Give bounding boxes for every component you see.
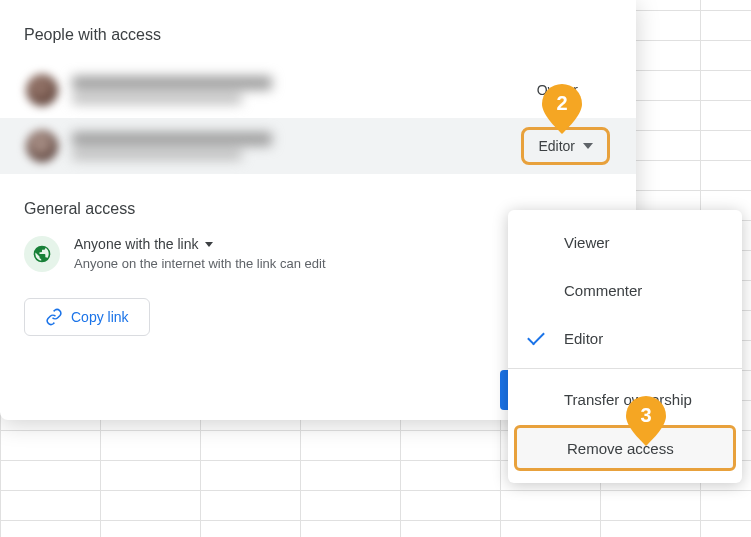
menu-item-editor[interactable]: Editor [508, 314, 742, 362]
people-with-access-heading: People with access [24, 26, 612, 44]
person-info-blurred [72, 132, 507, 160]
menu-item-commenter[interactable]: Commenter [508, 266, 742, 314]
copy-link-button[interactable]: Copy link [24, 298, 150, 336]
menu-separator [508, 368, 742, 369]
copy-link-label: Copy link [71, 309, 129, 325]
chevron-down-icon [583, 143, 593, 149]
callout-marker-2: 2 [540, 82, 584, 136]
general-access-option-label: Anyone with the link [74, 236, 199, 252]
chevron-down-icon [205, 242, 213, 247]
callout-marker-3: 3 [624, 394, 668, 448]
avatar [26, 130, 58, 162]
link-icon [45, 308, 63, 326]
globe-icon [32, 244, 52, 264]
globe-icon-circle [24, 236, 60, 272]
role-dropdown-label: Editor [538, 138, 575, 154]
person-row: Owner [24, 62, 612, 118]
person-info-blurred [72, 76, 523, 104]
menu-item-viewer[interactable]: Viewer [508, 218, 742, 266]
avatar [26, 74, 58, 106]
